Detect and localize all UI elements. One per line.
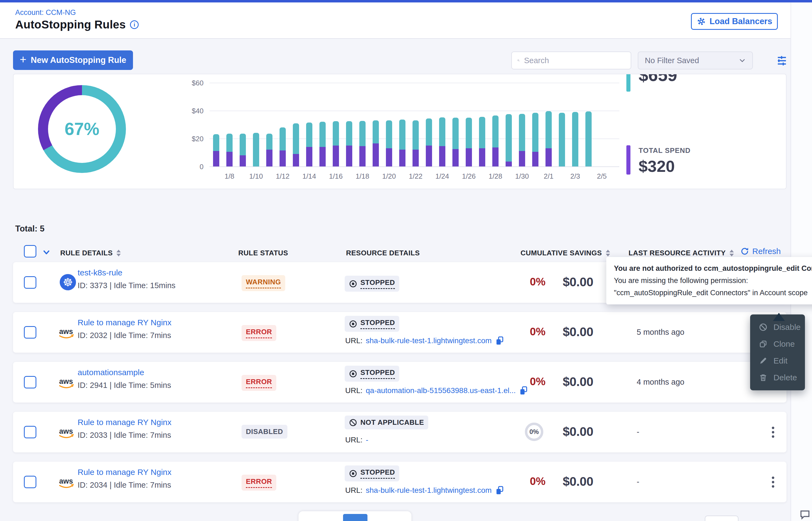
stacked-bar xyxy=(452,118,458,166)
savings-percent-ring: 0% xyxy=(525,423,543,441)
x-axis-tick: 1/26 xyxy=(457,172,481,181)
resource-url-link[interactable]: - xyxy=(366,436,368,444)
resource-state-badge: STOPPED xyxy=(345,466,399,481)
rule-meta: ID: 3373 | Idle Time: 15mins xyxy=(78,281,176,290)
copy-icon[interactable] xyxy=(495,485,504,495)
refresh-label: Refresh xyxy=(752,247,781,256)
resource-url-link[interactable]: qa-automation-alb-515563988.us-east-1.el… xyxy=(366,386,516,395)
row-checkbox[interactable] xyxy=(24,376,36,388)
stacked-bar xyxy=(426,118,432,166)
row-menu-button[interactable] xyxy=(765,473,781,491)
rule-name-link[interactable]: Rule to manage RY Nginx xyxy=(78,418,172,427)
copy-icon[interactable] xyxy=(495,336,504,346)
savings-amount: $0.00 xyxy=(547,324,593,339)
saved-filter-select[interactable]: No Filter Saved xyxy=(638,51,753,69)
select-all-checkbox[interactable] xyxy=(24,245,36,257)
stopped-icon xyxy=(349,370,357,378)
bar-slot: 1/18 xyxy=(356,74,369,166)
column-header-cumulative-savings: CUMULATIVE SAVINGS xyxy=(520,249,610,257)
teal-indicator xyxy=(626,74,631,92)
table-row[interactable]: ☸ aws Rule to manage RY Nginx ID: 2034 |… xyxy=(13,462,787,502)
total-savings-value: $659 xyxy=(639,74,677,92)
x-axis-tick: 1/30 xyxy=(510,172,534,181)
bar-slot: 1/24 xyxy=(435,74,449,166)
bar-slot xyxy=(449,74,462,166)
load-balancers-button[interactable]: Load Balancers xyxy=(691,13,778,30)
pagination-next-button[interactable] xyxy=(705,516,739,521)
menu-item-disable[interactable]: Disable xyxy=(750,319,805,336)
account-breadcrumb[interactable]: Account: CCM-NG xyxy=(15,8,76,17)
x-axis-tick: 1/28 xyxy=(483,172,508,181)
svg-text:aws: aws xyxy=(59,427,73,435)
bar-slot xyxy=(263,74,276,166)
row-checkbox[interactable] xyxy=(24,276,36,289)
svg-text:aws: aws xyxy=(59,477,73,485)
filter-panel-button[interactable] xyxy=(773,54,788,68)
pagination-current-page[interactable] xyxy=(343,514,367,521)
table-row[interactable]: ☸ aws Rule to manage RY Nginx ID: 2033 |… xyxy=(13,412,787,452)
total-spend-value: $320 xyxy=(639,157,691,176)
menu-item-clone[interactable]: Clone xyxy=(750,336,805,353)
stopped-icon xyxy=(349,470,357,478)
x-axis-tick: 1/18 xyxy=(350,172,375,181)
row-context-menu: Disable Clone Edit Delete xyxy=(750,314,805,390)
rule-status-badge: ERROR xyxy=(241,325,276,341)
rule-name-link[interactable]: Rule to manage RY Nginx xyxy=(78,468,172,477)
savings-percent: 0% xyxy=(505,276,546,288)
bar-slot: 1/26 xyxy=(462,74,475,166)
sort-icon[interactable] xyxy=(606,250,610,256)
refresh-button[interactable]: Refresh xyxy=(740,247,781,256)
row-menu-button[interactable] xyxy=(765,423,781,441)
x-axis-tick: 1/12 xyxy=(271,172,295,181)
menu-item-edit[interactable]: Edit xyxy=(750,353,805,369)
resource-url-link[interactable]: sha-bulk-rule-test-1.lightwingtest.com xyxy=(366,336,492,345)
rule-name-link[interactable]: automationsample xyxy=(78,368,144,377)
bar-slot: 1/10 xyxy=(250,74,263,166)
stacked-bar xyxy=(280,128,286,166)
aws-icon: aws xyxy=(58,377,76,389)
table-row[interactable]: ☸ aws Rule to manage RY Nginx ID: 2032 |… xyxy=(13,312,787,353)
stacked-bar xyxy=(399,119,405,166)
chevron-down-icon xyxy=(739,57,746,64)
info-icon[interactable]: i xyxy=(130,20,139,29)
resource-url-link[interactable]: sha-bulk-rule-test-1.lightwingtest.com xyxy=(366,486,492,495)
chat-help-icon[interactable] xyxy=(799,508,811,520)
gear-icon xyxy=(697,17,706,26)
bar-slot xyxy=(369,74,382,166)
total-savings-stat: $659 xyxy=(626,74,677,92)
bar-slot xyxy=(422,74,435,166)
edit-icon xyxy=(759,357,768,365)
row-checkbox[interactable] xyxy=(24,326,36,339)
x-axis-tick: 1/10 xyxy=(244,172,269,181)
savings-amount: $0.00 xyxy=(547,275,593,289)
bar-slot xyxy=(582,74,595,166)
clone-icon xyxy=(759,340,768,348)
select-menu-chevron-icon[interactable] xyxy=(42,248,50,256)
search-input[interactable] xyxy=(520,56,631,65)
y-axis-tick: $20 xyxy=(166,135,204,143)
not-applicable-icon xyxy=(349,418,357,427)
tooltip-line: You are not authorized to ccm_autostoppi… xyxy=(614,263,812,275)
stacked-bar xyxy=(532,113,538,166)
rule-name-link[interactable]: test-k8s-rule xyxy=(78,268,122,277)
table-row[interactable]: ☸ aws automationsample ID: 2941 | Idle T… xyxy=(13,362,787,403)
sort-icon[interactable] xyxy=(116,250,121,256)
bar-series: 1/81/101/121/141/161/181/201/221/241/261… xyxy=(210,74,608,166)
bar-slot: 2/3 xyxy=(569,74,582,166)
x-axis-tick: 1/24 xyxy=(430,172,454,181)
row-checkbox[interactable] xyxy=(24,426,36,438)
svg-text:aws: aws xyxy=(59,377,73,385)
pagination-bar xyxy=(299,511,411,521)
savings-amount: $0.00 xyxy=(547,375,593,389)
stacked-bar xyxy=(479,117,485,166)
last-activity: - xyxy=(637,428,639,436)
x-axis-tick: 1/20 xyxy=(377,172,401,181)
resource-state-badge: STOPPED xyxy=(345,366,399,382)
menu-item-delete[interactable]: Delete xyxy=(750,369,805,386)
rule-name-link[interactable]: Rule to manage RY Nginx xyxy=(78,318,172,327)
sort-icon[interactable] xyxy=(729,250,734,256)
stacked-bar xyxy=(412,120,419,166)
kubernetes-icon: ☸ xyxy=(60,274,76,290)
new-autostopping-rule-button[interactable]: + New AutoStopping Rule xyxy=(13,50,133,70)
row-checkbox[interactable] xyxy=(24,476,36,488)
